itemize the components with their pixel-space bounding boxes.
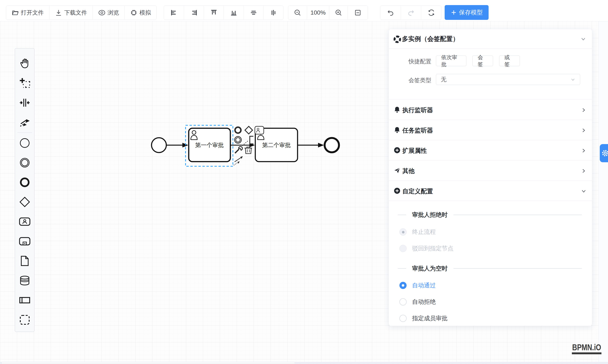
chevron-right-icon xyxy=(581,168,586,174)
fit-viewport-button[interactable] xyxy=(348,6,368,20)
zoom-in-button[interactable] xyxy=(329,6,348,20)
radio-label: 自动通过 xyxy=(412,281,436,289)
connect-flow-icon[interactable] xyxy=(234,156,243,165)
start-event-shape[interactable] xyxy=(152,138,166,153)
undo-icon xyxy=(387,9,394,16)
palette-user-task[interactable] xyxy=(15,212,34,231)
palette-subprocess[interactable] xyxy=(15,231,34,251)
sign-type-label: 会签类型 xyxy=(389,77,431,84)
align-center-vertical-button[interactable] xyxy=(263,6,283,20)
save-model-label: 保存模型 xyxy=(459,8,483,16)
radio-dot xyxy=(399,298,407,305)
gateway-icon xyxy=(19,196,31,208)
multi-instance-icon xyxy=(393,35,401,43)
section-other[interactable]: 其他 xyxy=(389,160,592,181)
preview-label: 浏览 xyxy=(107,9,119,16)
palette-participant[interactable] xyxy=(15,290,34,310)
task1-label: 第一个审批 xyxy=(195,142,224,148)
zoom-out-button[interactable] xyxy=(288,6,307,20)
section-label: 自定义配置 xyxy=(402,187,433,196)
sign-type-row: 会签类型 无 xyxy=(389,74,592,86)
append-intermediate-event-icon[interactable] xyxy=(235,136,241,143)
sign-type-select[interactable]: 无 xyxy=(436,74,580,85)
participant-icon xyxy=(19,294,31,306)
section-extended-properties[interactable]: 扩展属性 xyxy=(389,140,592,160)
simulate-label: 模拟 xyxy=(139,9,151,16)
align-left-icon xyxy=(170,9,178,16)
radio-return-to-node: 驳回到指定节点 xyxy=(399,244,453,253)
section-label: 执行监听器 xyxy=(402,106,433,115)
align-left-button[interactable] xyxy=(164,6,184,20)
section-execution-listener[interactable]: 执行监听器 xyxy=(389,100,592,120)
file-button-group: 打开文件 下载文件 浏览 模拟 xyxy=(6,5,157,20)
chevron-down-icon xyxy=(581,188,586,194)
sequence-flow-1[interactable] xyxy=(167,143,188,147)
radio-label: 指定成员审批 xyxy=(412,314,448,322)
redo-button[interactable] xyxy=(401,6,421,20)
gear-icon xyxy=(601,148,608,158)
save-model-button[interactable]: 保存模型 xyxy=(445,5,489,20)
append-end-event-icon[interactable] xyxy=(235,127,241,133)
horizontal-scrollbar-thumb[interactable] xyxy=(1,362,295,364)
end-event-shape[interactable] xyxy=(325,138,339,152)
eye-icon xyxy=(98,9,106,16)
radio-assign-member[interactable]: 指定成员审批 xyxy=(399,314,448,323)
preview-button[interactable]: 浏览 xyxy=(93,6,124,20)
palette-group[interactable] xyxy=(15,310,34,330)
simulate-button[interactable]: 模拟 xyxy=(124,6,156,20)
palette-global-connect-tool[interactable] xyxy=(15,112,34,132)
palette-separator xyxy=(17,132,32,133)
wrench-icon[interactable] xyxy=(235,147,242,153)
group-icon xyxy=(19,314,31,326)
append-gateway-icon[interactable] xyxy=(245,126,252,134)
download-icon xyxy=(55,9,62,16)
radio-auto-reject[interactable]: 自动拒绝 xyxy=(399,298,436,306)
palette-lasso-tool[interactable] xyxy=(15,73,34,93)
trash-icon[interactable] xyxy=(245,147,252,154)
connect-icon xyxy=(19,117,31,128)
download-file-button[interactable]: 下载文件 xyxy=(49,6,93,20)
append-user-task-icon[interactable] xyxy=(255,126,264,134)
align-center-vertical-icon xyxy=(270,9,277,16)
align-center-horizontal-button[interactable] xyxy=(243,6,263,20)
properties-panel: 多实例（会签配置） 快捷配置 依次审批 会签 或签 会签类型 无 执行监听器 任… xyxy=(389,29,592,326)
sequence-flow-3[interactable] xyxy=(298,143,324,147)
zoom-button-group: 100% xyxy=(288,5,368,20)
align-button-group xyxy=(164,5,283,20)
download-file-label: 下载文件 xyxy=(64,9,87,16)
radio-label: 终止流程 xyxy=(412,228,436,236)
palette-end-event[interactable] xyxy=(15,172,34,192)
section-custom-config[interactable]: 自定义配置 xyxy=(389,181,592,201)
quick-config-orsign-button[interactable]: 或签 xyxy=(499,56,520,66)
section-task-listener[interactable]: 任务监听器 xyxy=(389,120,592,140)
panel-header-multi-instance[interactable]: 多实例（会签配置） xyxy=(389,29,592,49)
palette-intermediate-event[interactable] xyxy=(15,153,34,172)
radio-auto-pass[interactable]: 自动通过 xyxy=(399,281,436,290)
panel-title: 多实例（会签配置） xyxy=(402,35,459,43)
palette-gateway[interactable] xyxy=(15,192,34,212)
palette-data-store[interactable] xyxy=(15,271,34,290)
palette-hand-tool[interactable] xyxy=(15,53,34,73)
align-bottom-button[interactable] xyxy=(224,6,243,20)
radio-label: 驳回到指定节点 xyxy=(412,245,453,252)
user-task-1[interactable]: 第一个审批 xyxy=(189,128,230,162)
quick-config-label: 快捷配置 xyxy=(389,58,431,65)
align-right-button[interactable] xyxy=(184,6,204,20)
folder-open-icon xyxy=(12,9,19,16)
radio-dot xyxy=(399,282,407,289)
palette-start-event[interactable] xyxy=(15,133,34,153)
sign-type-value: 无 xyxy=(441,76,447,83)
fit-viewport-icon xyxy=(354,9,361,16)
plus-icon xyxy=(450,9,457,16)
palette-space-tool[interactable] xyxy=(15,93,34,112)
data-object-icon xyxy=(19,255,31,267)
quick-config-countersign-button[interactable]: 会签 xyxy=(472,56,493,66)
quick-config-sequential-button[interactable]: 依次审批 xyxy=(436,56,466,66)
reset-button[interactable] xyxy=(421,6,441,20)
undo-button[interactable] xyxy=(380,6,401,20)
palette-data-object[interactable] xyxy=(15,251,34,271)
open-file-button[interactable]: 打开文件 xyxy=(6,6,49,20)
align-top-button[interactable] xyxy=(204,6,224,20)
settings-tab[interactable] xyxy=(600,144,608,162)
bpmn-io-logo[interactable]: BPMN.iO xyxy=(572,343,601,354)
